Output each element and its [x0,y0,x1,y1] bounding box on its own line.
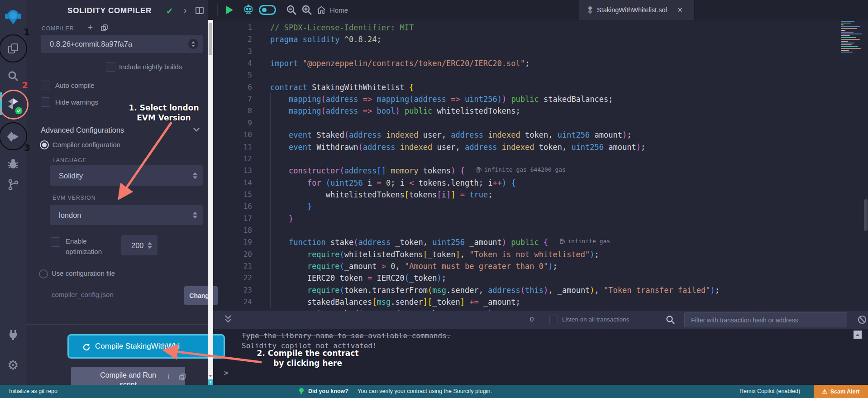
language-select[interactable]: Solidity [50,165,203,186]
gas-estimate-widget: infinite gas [560,238,610,245]
code-text: event Staked(address indexed user, addre… [270,129,632,141]
panel-scrollbar[interactable]: ▼ [208,20,213,385]
solidity-compiler-icon[interactable] [0,95,26,113]
tab-staking-with-whitelist[interactable]: StakingWithWhitelist.sol ✕ [579,0,695,20]
settings-gear-icon[interactable]: ⚙ [0,356,26,374]
terminal-toolbar: 0 Listen on all transactions [213,311,868,329]
terminal-search-icon[interactable] [666,315,675,324]
terminal-scrollbar-up[interactable] [854,331,862,339]
line-number: 16 [213,202,252,211]
copilot-toggle[interactable] [258,0,277,20]
line-number: 4 [213,59,252,67]
code-line: 8 mapping(address => bool) public whitel… [213,105,864,117]
compile-success-badge [15,107,23,115]
code-text: event Withdrawn(address indexed user, ad… [270,142,645,153]
editor-scrollbar-thumb[interactable] [864,199,868,231]
deploy-run-icon[interactable] [0,128,26,146]
language-label: LANGUAGE [52,157,87,163]
use-config-file-radio[interactable] [39,269,48,278]
compiler-version-select[interactable]: 0.8.26+commit.8a97fa7a [41,35,203,53]
code-line: 10 event Staked(address indexed user, ad… [213,129,864,141]
code-text: mapping(address => mapping(address => ui… [270,94,613,105]
expand-terminal-icon[interactable] [224,315,232,324]
compile-button-label: Compile StakingWithWhi [95,342,180,350]
evm-version-select[interactable]: london [50,205,203,225]
chevron-right-icon[interactable]: › [184,5,187,15]
block-icon[interactable] [858,315,867,324]
zoom-out-icon[interactable] [283,0,300,20]
panel-title: SOLIDITY COMPILER [67,6,152,15]
optimization-runs-input[interactable]: 200 [121,235,157,255]
copy-version-icon[interactable] [100,24,108,32]
git-init-status[interactable]: Initialize as git repo [9,388,57,394]
optimization-runs-value: 200 [131,241,144,249]
tab-close-icon[interactable]: ✕ [677,6,683,14]
line-number: 17 [213,214,252,223]
panel-scrollbar-thumb[interactable] [209,23,212,55]
line-number: 3 [213,47,252,56]
line-number: 9 [213,119,252,127]
chevron-down-icon[interactable] [193,128,200,132]
annotation-step-2: 2. Compile the contract by clicking here [251,348,364,368]
code-text: stakedBalances[msg.sender][_token] += _a… [270,297,520,308]
solidity-file-icon [587,6,593,14]
scam-alert-button[interactable]: ⚠ Scam Alert [814,385,868,398]
editor-minimap[interactable] [841,21,865,54]
ai-copilot-robot-icon[interactable] [240,0,257,20]
evm-version-label: EVM VERSION [52,195,95,201]
code-line: 20 require(whitelistedTokens[_token], "T… [213,249,864,261]
listen-transactions-checkbox[interactable] [549,316,558,324]
code-text: contract StakingWithWhitelist { [270,82,414,93]
terminal-panel: 0 Listen on all transactions Type the li… [213,311,868,385]
code-line: 3 [213,46,864,58]
line-number: 12 [213,154,252,163]
scam-alert-label: Scam Alert [830,388,860,395]
add-compiler-icon[interactable]: + [88,23,93,33]
nightly-builds-checkbox[interactable] [106,62,115,72]
code-line: 5 [213,69,864,82]
terminal-line: Type the library name to see available c… [242,331,451,340]
layout-columns-icon[interactable] [196,7,204,14]
code-text: function stake(address _token, uint256 _… [270,237,610,248]
compiler-config-radio[interactable] [40,140,49,149]
line-number: 6 [213,83,252,91]
scrollbar-down-arrow[interactable] [208,373,213,379]
line-number: 14 [213,178,252,187]
git-icon[interactable] [0,176,26,194]
copilot-status[interactable]: Remix Copilot (enabled) [739,388,800,394]
annotation-number-2: 2 [22,80,28,91]
optimization-checkbox[interactable] [51,237,60,247]
zoom-in-icon[interactable] [299,0,315,20]
line-number: 22 [213,273,252,282]
code-line: 22 IERC20 token = IERC20(_token); [213,272,864,284]
file-explorer-icon[interactable] [0,39,26,58]
advanced-config-header[interactable]: Advanced Configurations [41,126,124,134]
code-line: 4import "@openzeppelin/contracts/token/E… [213,58,864,70]
debugger-icon[interactable] [0,155,26,173]
tab-home[interactable]: Home [317,0,348,20]
run-script-play-icon[interactable] [221,0,238,20]
scrollbar-bottom-button[interactable]: ▼ [208,379,213,385]
status-bar: Initialize as git repo Did you know? You… [0,385,868,398]
compile-button[interactable]: Compile StakingWithWhi [67,334,225,359]
transaction-filter-input[interactable] [684,312,847,327]
code-text: mapping(address => bool) public whitelis… [270,105,520,117]
line-number: 2 [213,35,252,43]
compiler-version-value: 0.8.26+commit.8a97fa7a [50,40,132,48]
plugin-manager-icon[interactable] [0,326,26,344]
code-line: 11 event Withdrawn(address indexed user,… [213,141,864,153]
terminal-prompt[interactable]: > [224,369,229,377]
info-icon[interactable]: i [167,372,170,381]
remix-logo[interactable] [0,8,26,26]
code-editor[interactable]: 1// SPDX-License-Identifier: MIT2pragma … [213,20,864,311]
code-text: constructor(address[] memory tokens) {in… [270,165,566,177]
code-line: 21 require(_amount > 0, "Amount must be … [213,260,864,273]
line-number: 7 [213,95,252,103]
line-number: 19 [213,238,252,246]
code-line: 13 constructor(address[] memory tokens) … [213,165,864,177]
editor-topbar: Home StakingWithWhitelist.sol ✕ [208,0,868,20]
auto-compile-checkbox[interactable] [41,81,50,90]
hide-warnings-checkbox[interactable] [41,97,50,107]
copy-icon[interactable] [179,373,186,381]
code-line: 16 } [213,201,864,213]
